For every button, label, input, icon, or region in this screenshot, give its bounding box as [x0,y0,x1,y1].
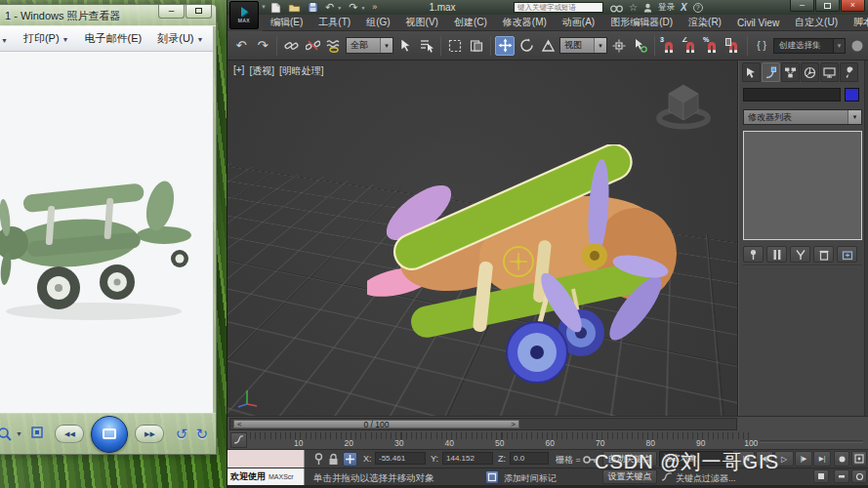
viewcube[interactable] [651,72,716,131]
redo-dropdown-icon[interactable]: ▼ [360,5,365,11]
burn-button[interactable]: 刻录(U)▼ [157,31,203,46]
tab-utilities[interactable] [840,62,858,82]
selection-lock-toggle-icon[interactable] [328,453,339,466]
undo-dropdown-icon[interactable]: ▼ [337,5,342,11]
qat-overflow-icon[interactable]: » [372,2,377,13]
menu-group[interactable]: 组(G) [358,16,397,29]
maxscript-mini-listener-pink[interactable] [227,450,305,468]
file-menu-partial[interactable]: ▼ [0,33,8,45]
selection-filter-dropdown[interactable]: 全部▼ [346,37,393,54]
edit-named-selection-sets-icon[interactable]: { } [752,36,771,56]
time-slider-track[interactable]: < 0 / 100 > [229,418,737,430]
search-input[interactable] [514,2,603,13]
y-coordinate-field[interactable]: 144.152 [442,452,493,465]
maxscript-mini-listener-white[interactable]: 欢迎使用 MAXScr [227,468,305,485]
maximize-button[interactable] [186,5,212,19]
remove-modifier-icon[interactable] [813,246,834,263]
angle-snap-icon[interactable]: ∠ [681,36,700,56]
save-file-icon[interactable] [308,2,318,13]
menu-civil-view[interactable]: Civil View [729,18,787,28]
viewport-menu-shading[interactable]: [明暗处理] [279,64,324,78]
redo-button[interactable]: ↷ [253,36,272,56]
menu-customize[interactable]: 自定义(U) [787,16,846,29]
menu-animation[interactable]: 动画(A) [555,16,602,29]
close-button[interactable]: × [841,0,865,12]
menu-tools[interactable]: 工具(T) [310,16,358,29]
menu-scripting[interactable]: 脚本(S) [846,16,868,29]
object-name-field[interactable] [743,88,841,102]
tab-hierarchy[interactable] [781,62,800,82]
viewport-menu-plus[interactable]: [+] [233,64,244,78]
sign-in-button[interactable]: 登录 [658,2,675,14]
bind-to-space-warp-icon[interactable] [324,36,344,56]
key-mode-toggle-button[interactable] [834,451,849,467]
maximize-button[interactable] [815,0,840,12]
modifier-stack-list[interactable] [743,131,862,240]
time-slider-handle[interactable]: < 0 / 100 > [233,420,519,428]
open-mini-curve-editor-button[interactable] [230,432,247,448]
menu-edit[interactable]: 编辑(E) [263,16,310,29]
time-configuration-button[interactable] [851,451,867,467]
tab-create[interactable] [742,62,761,82]
percent-snap-icon[interactable]: % [702,36,722,56]
menu-create[interactable]: 创建(C) [446,16,495,29]
absolute-offset-mode-toggle[interactable] [343,452,357,467]
next-frame-arrow[interactable]: > [511,420,516,428]
nudge-frame-button[interactable] [834,469,849,483]
menu-graph-editors[interactable]: 图形编辑器(D) [602,16,681,29]
tab-modify[interactable] [762,62,780,82]
window-crossing-icon[interactable] [467,36,486,56]
previous-button[interactable]: ◀◀ [55,425,84,443]
viewport-menu-view[interactable]: [透视] [249,64,274,78]
unlink-selection-icon[interactable] [303,36,322,56]
photo-viewer-titlebar[interactable]: 1 - Windows 照片查看器 – [0,5,216,26]
modifier-list-dropdown[interactable]: 修改器列表 ▼ [743,109,862,125]
reference-coordinate-dropdown[interactable]: 视图▼ [559,37,607,54]
select-object-icon[interactable] [395,36,415,56]
app-menu-dropdown-icon[interactable]: ▼ [261,4,267,10]
print-button[interactable]: 打印(P)▼ [23,31,69,46]
zoom-icon[interactable]: ▼ [0,427,22,442]
select-and-manipulate-icon[interactable] [631,36,650,56]
pin-stack-icon[interactable] [743,246,764,263]
previous-frame-arrow[interactable]: < [237,420,242,428]
go-to-end-button[interactable]: ▶| [813,451,831,467]
spinner-snap-icon[interactable] [723,36,743,56]
undo-button[interactable]: ↶ [231,36,251,56]
tab-motion[interactable] [801,62,819,82]
mirror-icon-partial[interactable] [847,36,867,56]
help-icon[interactable]: ? [693,3,703,13]
minimize-button[interactable]: – [158,5,185,19]
select-and-move-button[interactable] [495,36,515,56]
minimize-button[interactable]: – [790,0,814,12]
undo-icon[interactable]: ↶ [325,2,334,13]
next-frame-button[interactable]: |▶ [795,451,812,467]
slideshow-button[interactable] [91,416,128,453]
menu-modifiers[interactable]: 修改器(M) [495,16,555,29]
rotate-cw-button[interactable]: ↻ [195,426,208,443]
open-file-icon[interactable] [288,2,301,13]
isolate-selection-toggle[interactable] [485,470,499,484]
z-coordinate-field[interactable]: 0.0 [510,452,549,465]
biplane-model[interactable] [367,144,680,400]
use-pivot-center-icon[interactable] [609,36,629,56]
configure-modifier-sets-icon[interactable] [837,246,857,263]
add-time-tag-button[interactable]: 添加时间标记 [504,472,557,485]
select-and-rotate-button[interactable] [517,36,536,56]
time-config-small-button[interactable] [851,469,867,483]
email-button[interactable]: 电子邮件(E) [85,31,143,46]
menu-rendering[interactable]: 渲染(R) [681,16,729,29]
frame-step-button[interactable] [813,469,829,483]
command-panel-scrollbar[interactable] [864,61,868,416]
snap-toggle-3d-icon[interactable]: 3 [659,36,679,56]
select-and-link-icon[interactable] [281,36,301,56]
select-by-name-icon[interactable] [417,36,436,56]
tab-display[interactable] [820,62,839,82]
selection-lock-anchor-icon[interactable] [313,453,324,466]
search-binoculars-icon[interactable] [610,3,623,13]
menu-views[interactable]: 视图(V) [398,16,446,29]
make-unique-icon[interactable] [790,246,810,263]
new-scene-icon[interactable] [270,2,281,14]
rotate-ccw-button[interactable]: ↺ [176,426,188,443]
next-button[interactable]: ▶▶ [135,425,164,443]
